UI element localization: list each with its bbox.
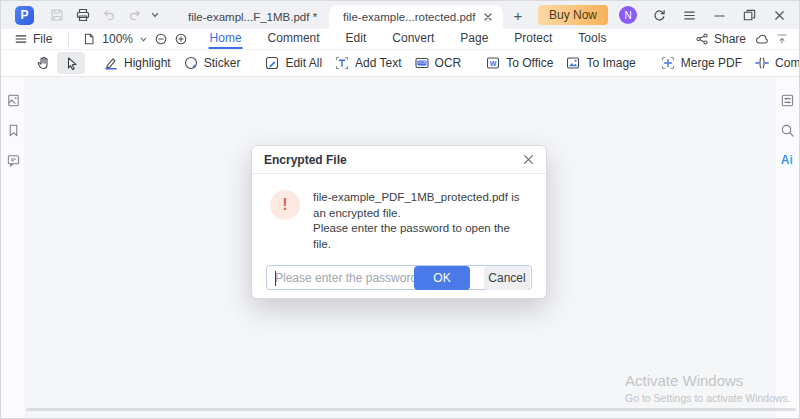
menu-icon[interactable] — [682, 8, 697, 23]
thumbnail-panel-icon[interactable] — [6, 93, 21, 108]
activate-windows-watermark: Activate Windows Go to Settings to activ… — [625, 372, 791, 404]
cursor-icon — [63, 55, 79, 71]
save-icon[interactable] — [49, 7, 65, 23]
tool-label: Compress PDF — [775, 56, 800, 70]
undo-icon[interactable] — [101, 7, 117, 23]
new-tab-button[interactable]: + — [503, 7, 532, 24]
tab-convert[interactable]: Convert — [391, 29, 435, 49]
zoom-dropdown-icon[interactable] — [139, 35, 148, 44]
ok-button[interactable]: OK — [414, 266, 470, 290]
dialog-message-line2: Please enter the password to open the fi… — [313, 221, 530, 252]
menubar-right: Share — [692, 32, 789, 46]
bookmark-panel-icon[interactable] — [6, 123, 21, 138]
document-tab-active[interactable]: file-example...rotected.pdf — [329, 5, 503, 29]
warning-icon: ! — [270, 190, 300, 220]
tab-edit[interactable]: Edit — [345, 29, 368, 49]
menubar-left: File 100% — [11, 32, 188, 46]
close-icon[interactable] — [772, 8, 787, 23]
share-label: Share — [714, 32, 746, 46]
dialog-body: ! file-example_PDF_1MB_protected.pdf is … — [252, 174, 546, 252]
tool-label: Highlight — [124, 56, 171, 70]
sync-icon[interactable] — [652, 8, 667, 23]
dialog-buttons: OK Cancel — [414, 266, 530, 290]
dialog-message: file-example_PDF_1MB_protected.pdf is an… — [313, 188, 530, 252]
titlebar-left: P file-exampl...F_1MB.pdf * file-example… — [9, 1, 538, 29]
merge-pdf-icon — [660, 55, 676, 71]
file-menu-label: File — [33, 32, 52, 46]
to-image-button[interactable]: To Image — [559, 52, 641, 74]
app-window: P file-exampl...F_1MB.pdf * file-example… — [0, 0, 800, 419]
logo-letter: P — [20, 8, 28, 22]
restore-icon[interactable] — [742, 8, 757, 23]
page-fit-icon[interactable] — [82, 32, 96, 46]
document-tab-label: file-example...rotected.pdf — [343, 11, 475, 23]
menubar: File 100% Home Comment Edit Convert Page… — [1, 29, 799, 50]
titlebar: P file-exampl...F_1MB.pdf * file-example… — [1, 1, 799, 29]
properties-panel-icon[interactable] — [780, 93, 795, 108]
tab-tools[interactable]: Tools — [577, 29, 607, 49]
share-icon — [695, 32, 709, 46]
ocr-button[interactable]: OCR OCR — [408, 52, 468, 74]
titlebar-right: Buy Now N — [538, 5, 791, 25]
select-tool-button[interactable] — [57, 52, 85, 74]
tab-close-icon[interactable] — [483, 12, 493, 22]
compress-pdf-icon — [754, 55, 770, 71]
edit-all-icon — [264, 55, 280, 71]
search-icon[interactable] — [780, 123, 795, 138]
ai-assistant-icon[interactable]: Ai — [781, 153, 793, 167]
sticker-button[interactable]: Sticker — [177, 52, 247, 74]
hand-tool-button[interactable] — [29, 52, 57, 74]
sticker-icon — [183, 55, 199, 71]
text-caret — [275, 271, 276, 286]
zoom-out-icon[interactable] — [154, 32, 168, 46]
add-text-button[interactable]: Add Text — [328, 52, 407, 74]
comment-panel-icon[interactable] — [6, 153, 21, 168]
dialog-title: Encrypted File — [264, 153, 347, 167]
app-logo-icon[interactable]: P — [15, 6, 34, 25]
file-menu-icon — [14, 32, 28, 46]
watermark-line2: Go to Settings to activate Windows. — [625, 392, 791, 404]
ocr-icon-text: OCR — [417, 61, 426, 65]
tool-label: Edit All — [285, 56, 322, 70]
to-office-button[interactable]: W To Office — [479, 52, 559, 74]
right-sidebar: Ai — [774, 77, 799, 419]
zoom-level-value[interactable]: 100% — [102, 32, 133, 46]
document-tab[interactable]: file-exampl...F_1MB.pdf * — [176, 5, 329, 29]
add-text-icon — [334, 55, 350, 71]
encrypted-file-dialog: Encrypted File ! file-example_PDF_1MB_pr… — [251, 145, 547, 299]
toolbar: Highlight Sticker Edit All Add Text OCR … — [1, 50, 799, 77]
history-dropdown-icon[interactable] — [150, 10, 160, 20]
ribbon-tabs: Home Comment Edit Convert Page Protect T… — [209, 29, 608, 49]
document-tab-label: file-exampl...F_1MB.pdf * — [188, 11, 317, 23]
dialog-message-line1: file-example_PDF_1MB_protected.pdf is an… — [313, 190, 530, 221]
merge-pdf-button[interactable]: Merge PDF — [654, 52, 748, 74]
tool-label: Sticker — [204, 56, 241, 70]
tab-home[interactable]: Home — [209, 29, 243, 49]
buy-now-button[interactable]: Buy Now — [538, 5, 608, 25]
dialog-titlebar: Encrypted File — [252, 146, 546, 174]
compress-pdf-button[interactable]: Compress PDF — [748, 52, 800, 74]
highlight-button[interactable]: Highlight — [97, 52, 177, 74]
print-icon[interactable] — [75, 7, 91, 23]
left-sidebar — [1, 77, 26, 419]
tab-page[interactable]: Page — [459, 29, 489, 49]
office-icon-letter: W — [490, 60, 497, 67]
tool-label: Merge PDF — [681, 56, 742, 70]
zoom-in-icon[interactable] — [174, 32, 188, 46]
cancel-button[interactable]: Cancel — [484, 266, 530, 290]
tab-comment[interactable]: Comment — [267, 29, 321, 49]
share-button[interactable]: Share — [692, 32, 749, 46]
file-menu-button[interactable]: File — [11, 32, 55, 46]
ocr-icon: OCR — [414, 55, 430, 71]
redo-icon[interactable] — [127, 7, 143, 23]
collapse-toolbar-icon[interactable] — [775, 32, 789, 46]
avatar[interactable]: N — [619, 6, 637, 24]
edit-all-button[interactable]: Edit All — [258, 52, 328, 74]
tab-protect[interactable]: Protect — [513, 29, 553, 49]
cloud-icon[interactable] — [755, 32, 769, 46]
minimize-icon[interactable] — [712, 8, 727, 23]
dialog-close-icon[interactable] — [523, 154, 534, 165]
horizontal-scrollbar[interactable] — [26, 408, 796, 411]
tool-label: To Office — [506, 56, 553, 70]
hand-icon — [35, 55, 51, 71]
